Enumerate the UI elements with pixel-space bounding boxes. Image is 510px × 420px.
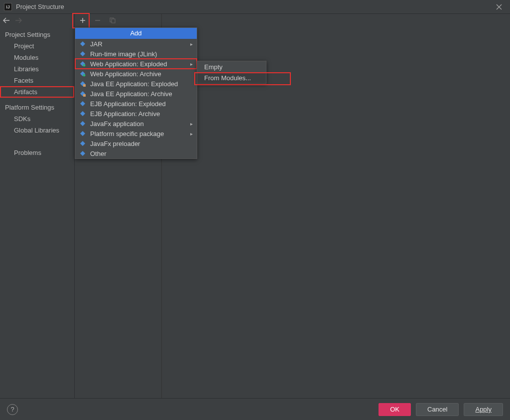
dropdown-item-runtime-image[interactable]: Run-time image (JLink) — [75, 49, 197, 59]
dropdown-item-label: Platform specific package — [90, 130, 186, 138]
sidebar-item-sdks[interactable]: SDKs — [0, 113, 74, 125]
sidebar-item-global-libraries[interactable]: Global Libraries — [0, 125, 74, 136]
dropdown-item-label: Java EE Application: Archive — [90, 90, 193, 98]
artifact-icon — [79, 70, 86, 77]
sidebar-item-modules[interactable]: Modules — [0, 52, 74, 63]
artifact-icon — [79, 130, 86, 137]
arrow-right-icon — [15, 17, 22, 23]
sidebar-section-project: Project Settings Project Modules Librari… — [0, 27, 74, 100]
svg-marker-16 — [80, 141, 85, 146]
sidebar-item-facets[interactable]: Facets — [0, 75, 74, 86]
dropdown-item-label: EJB Application: Exploded — [90, 100, 193, 108]
nav-arrows — [0, 14, 74, 27]
artifact-icon — [79, 110, 86, 117]
svg-marker-13 — [80, 111, 85, 116]
dropdown-item-web-app-archive[interactable]: Web Application: Archive — [75, 69, 197, 79]
arrow-left-icon — [3, 17, 10, 23]
dropdown-item-other[interactable]: Other — [75, 148, 197, 158]
close-button[interactable] — [492, 0, 506, 14]
add-dropdown: Add JAR ▸ Run-time image (JLink) Web App… — [75, 27, 197, 159]
svg-marker-12 — [80, 101, 85, 106]
artifact-icon — [79, 120, 86, 127]
forward-button[interactable] — [15, 17, 22, 23]
dropdown-item-label: Web Application: Archive — [90, 70, 193, 78]
titlebar: IJ Project Structure — [0, 0, 510, 14]
svg-rect-1 — [112, 19, 115, 23]
dropdown-header: Add — [75, 28, 197, 39]
dropdown-item-label: Java EE Application: Exploded — [90, 80, 193, 88]
artifact-icon — [79, 150, 86, 157]
dropdown-item-web-app-exploded[interactable]: Web Application: Exploded ▸ — [75, 59, 197, 69]
submenu-item-from-modules[interactable]: From Modules... — [197, 72, 266, 83]
help-button[interactable]: ? — [7, 404, 18, 415]
chevron-right-icon: ▸ — [190, 61, 193, 67]
apply-button[interactable]: Apply — [464, 403, 503, 416]
dropdown-item-label: EJB Application: Archive — [90, 110, 193, 118]
remove-button[interactable] — [95, 17, 103, 23]
dropdown-item-label: Other — [90, 150, 193, 157]
minus-icon — [95, 17, 101, 23]
svg-marker-17 — [80, 151, 85, 156]
artifact-icon — [79, 50, 86, 57]
artifact-icon — [79, 60, 86, 67]
dropdown-item-platform-package[interactable]: Platform specific package ▸ — [75, 129, 197, 139]
submenu-item-empty[interactable]: Empty — [197, 61, 266, 72]
dropdown-item-label: JavaFx application — [90, 120, 186, 128]
copy-icon — [110, 17, 116, 23]
web-app-submenu: Empty From Modules... — [197, 61, 266, 84]
close-icon — [496, 4, 502, 10]
sidebar-spacer — [0, 138, 74, 147]
sidebar: Project Settings Project Modules Librari… — [0, 14, 75, 398]
logo-text: IJ — [6, 4, 10, 9]
dropdown-item-label: Run-time image (JLink) — [90, 50, 193, 58]
svg-rect-9 — [83, 84, 86, 87]
question-icon: ? — [10, 406, 14, 413]
cancel-button[interactable]: Cancel — [416, 403, 459, 416]
dropdown-item-jar[interactable]: JAR ▸ — [75, 39, 197, 49]
back-button[interactable] — [3, 17, 10, 23]
svg-point-5 — [83, 64, 86, 67]
dropdown-item-label: JAR — [90, 40, 186, 48]
artifact-icon — [79, 90, 86, 97]
sidebar-section-platform: Platform Settings SDKs Global Libraries — [0, 100, 74, 138]
ok-button[interactable]: OK — [379, 403, 411, 416]
svg-marker-15 — [80, 131, 85, 136]
chevron-right-icon: ▸ — [190, 41, 193, 47]
window-title: Project Structure — [16, 3, 492, 10]
artifact-icon — [79, 80, 86, 87]
artifact-icon — [79, 40, 86, 47]
svg-marker-14 — [80, 121, 85, 126]
dropdown-item-ejb-archive[interactable]: EJB Application: Archive — [75, 109, 197, 119]
dropdown-item-ejb-exploded[interactable]: EJB Application: Exploded — [75, 99, 197, 109]
chevron-right-icon: ▸ — [190, 131, 193, 137]
sidebar-heading-project-settings: Project Settings — [0, 29, 74, 40]
app-logo: IJ — [4, 3, 12, 11]
dropdown-item-javaee-exploded[interactable]: Java EE Application: Exploded — [75, 79, 197, 89]
artifact-icon — [79, 140, 86, 147]
svg-marker-2 — [80, 41, 85, 46]
chevron-right-icon: ▸ — [190, 121, 193, 127]
sidebar-heading-platform-settings: Platform Settings — [0, 102, 74, 113]
artifact-icon — [79, 100, 86, 107]
dropdown-item-javafx-preloader[interactable]: JavaFx preloader — [75, 139, 197, 148]
bottom-bar: ? OK Cancel Apply — [0, 398, 510, 420]
dropdown-item-label: Web Application: Exploded — [90, 60, 186, 68]
sidebar-item-project[interactable]: Project — [0, 40, 74, 52]
sidebar-item-artifacts[interactable]: Artifacts — [0, 86, 74, 98]
dropdown-item-javaee-archive[interactable]: Java EE Application: Archive — [75, 89, 197, 99]
svg-marker-3 — [80, 51, 85, 56]
dropdown-item-javafx-app[interactable]: JavaFx application ▸ — [75, 119, 197, 129]
svg-rect-11 — [83, 94, 86, 97]
artifact-toolbar — [75, 14, 161, 27]
plus-icon — [80, 17, 86, 23]
add-button[interactable] — [80, 17, 88, 23]
copy-button[interactable] — [110, 17, 118, 23]
sidebar-item-problems[interactable]: Problems — [0, 147, 74, 158]
sidebar-item-libraries[interactable]: Libraries — [0, 63, 74, 75]
dropdown-item-label: JavaFx preloader — [90, 140, 193, 147]
svg-point-7 — [83, 74, 86, 77]
